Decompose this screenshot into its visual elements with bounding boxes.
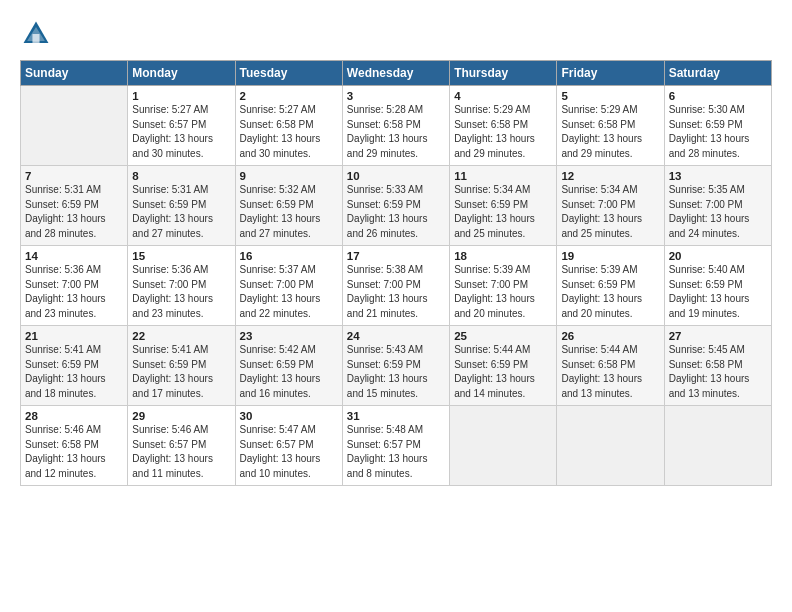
day-info: Sunrise: 5:27 AM Sunset: 6:58 PM Dayligh… <box>240 103 338 161</box>
day-info: Sunrise: 5:33 AM Sunset: 6:59 PM Dayligh… <box>347 183 445 241</box>
day-info: Sunrise: 5:45 AM Sunset: 6:58 PM Dayligh… <box>669 343 767 401</box>
day-number: 19 <box>561 250 659 262</box>
day-number: 3 <box>347 90 445 102</box>
day-cell: 30Sunrise: 5:47 AM Sunset: 6:57 PM Dayli… <box>235 406 342 486</box>
day-cell: 15Sunrise: 5:36 AM Sunset: 7:00 PM Dayli… <box>128 246 235 326</box>
col-header-thursday: Thursday <box>450 61 557 86</box>
col-header-monday: Monday <box>128 61 235 86</box>
day-number: 11 <box>454 170 552 182</box>
day-cell: 3Sunrise: 5:28 AM Sunset: 6:58 PM Daylig… <box>342 86 449 166</box>
day-number: 17 <box>347 250 445 262</box>
day-number: 4 <box>454 90 552 102</box>
day-info: Sunrise: 5:37 AM Sunset: 7:00 PM Dayligh… <box>240 263 338 321</box>
day-cell: 22Sunrise: 5:41 AM Sunset: 6:59 PM Dayli… <box>128 326 235 406</box>
day-number: 13 <box>669 170 767 182</box>
day-number: 14 <box>25 250 123 262</box>
page: SundayMondayTuesdayWednesdayThursdayFrid… <box>0 0 792 496</box>
day-cell: 13Sunrise: 5:35 AM Sunset: 7:00 PM Dayli… <box>664 166 771 246</box>
day-info: Sunrise: 5:40 AM Sunset: 6:59 PM Dayligh… <box>669 263 767 321</box>
col-header-saturday: Saturday <box>664 61 771 86</box>
day-cell: 20Sunrise: 5:40 AM Sunset: 6:59 PM Dayli… <box>664 246 771 326</box>
day-info: Sunrise: 5:35 AM Sunset: 7:00 PM Dayligh… <box>669 183 767 241</box>
day-info: Sunrise: 5:29 AM Sunset: 6:58 PM Dayligh… <box>454 103 552 161</box>
day-info: Sunrise: 5:44 AM Sunset: 6:58 PM Dayligh… <box>561 343 659 401</box>
day-number: 18 <box>454 250 552 262</box>
day-info: Sunrise: 5:41 AM Sunset: 6:59 PM Dayligh… <box>132 343 230 401</box>
day-number: 6 <box>669 90 767 102</box>
day-info: Sunrise: 5:46 AM Sunset: 6:58 PM Dayligh… <box>25 423 123 481</box>
day-number: 2 <box>240 90 338 102</box>
day-number: 22 <box>132 330 230 342</box>
day-cell: 31Sunrise: 5:48 AM Sunset: 6:57 PM Dayli… <box>342 406 449 486</box>
day-cell: 10Sunrise: 5:33 AM Sunset: 6:59 PM Dayli… <box>342 166 449 246</box>
day-number: 8 <box>132 170 230 182</box>
day-cell: 18Sunrise: 5:39 AM Sunset: 7:00 PM Dayli… <box>450 246 557 326</box>
day-info: Sunrise: 5:43 AM Sunset: 6:59 PM Dayligh… <box>347 343 445 401</box>
day-number: 25 <box>454 330 552 342</box>
week-row-5: 28Sunrise: 5:46 AM Sunset: 6:58 PM Dayli… <box>21 406 772 486</box>
day-info: Sunrise: 5:41 AM Sunset: 6:59 PM Dayligh… <box>25 343 123 401</box>
day-info: Sunrise: 5:39 AM Sunset: 7:00 PM Dayligh… <box>454 263 552 321</box>
header <box>20 18 772 50</box>
col-header-friday: Friday <box>557 61 664 86</box>
day-cell: 11Sunrise: 5:34 AM Sunset: 6:59 PM Dayli… <box>450 166 557 246</box>
day-cell: 16Sunrise: 5:37 AM Sunset: 7:00 PM Dayli… <box>235 246 342 326</box>
day-number: 28 <box>25 410 123 422</box>
logo <box>20 18 56 50</box>
day-info: Sunrise: 5:28 AM Sunset: 6:58 PM Dayligh… <box>347 103 445 161</box>
day-info: Sunrise: 5:46 AM Sunset: 6:57 PM Dayligh… <box>132 423 230 481</box>
day-number: 7 <box>25 170 123 182</box>
day-number: 30 <box>240 410 338 422</box>
day-cell: 12Sunrise: 5:34 AM Sunset: 7:00 PM Dayli… <box>557 166 664 246</box>
week-row-4: 21Sunrise: 5:41 AM Sunset: 6:59 PM Dayli… <box>21 326 772 406</box>
day-info: Sunrise: 5:47 AM Sunset: 6:57 PM Dayligh… <box>240 423 338 481</box>
day-info: Sunrise: 5:32 AM Sunset: 6:59 PM Dayligh… <box>240 183 338 241</box>
day-info: Sunrise: 5:34 AM Sunset: 6:59 PM Dayligh… <box>454 183 552 241</box>
day-info: Sunrise: 5:30 AM Sunset: 6:59 PM Dayligh… <box>669 103 767 161</box>
day-cell: 27Sunrise: 5:45 AM Sunset: 6:58 PM Dayli… <box>664 326 771 406</box>
day-cell <box>557 406 664 486</box>
day-number: 31 <box>347 410 445 422</box>
day-cell: 17Sunrise: 5:38 AM Sunset: 7:00 PM Dayli… <box>342 246 449 326</box>
col-header-wednesday: Wednesday <box>342 61 449 86</box>
calendar-table: SundayMondayTuesdayWednesdayThursdayFrid… <box>20 60 772 486</box>
day-number: 26 <box>561 330 659 342</box>
day-info: Sunrise: 5:36 AM Sunset: 7:00 PM Dayligh… <box>25 263 123 321</box>
day-info: Sunrise: 5:48 AM Sunset: 6:57 PM Dayligh… <box>347 423 445 481</box>
col-header-sunday: Sunday <box>21 61 128 86</box>
day-number: 20 <box>669 250 767 262</box>
day-info: Sunrise: 5:31 AM Sunset: 6:59 PM Dayligh… <box>25 183 123 241</box>
day-info: Sunrise: 5:39 AM Sunset: 6:59 PM Dayligh… <box>561 263 659 321</box>
day-cell <box>21 86 128 166</box>
day-number: 1 <box>132 90 230 102</box>
day-number: 10 <box>347 170 445 182</box>
day-cell <box>664 406 771 486</box>
day-cell: 4Sunrise: 5:29 AM Sunset: 6:58 PM Daylig… <box>450 86 557 166</box>
day-info: Sunrise: 5:31 AM Sunset: 6:59 PM Dayligh… <box>132 183 230 241</box>
day-info: Sunrise: 5:36 AM Sunset: 7:00 PM Dayligh… <box>132 263 230 321</box>
day-number: 21 <box>25 330 123 342</box>
day-cell: 19Sunrise: 5:39 AM Sunset: 6:59 PM Dayli… <box>557 246 664 326</box>
svg-rect-2 <box>32 34 39 43</box>
day-number: 29 <box>132 410 230 422</box>
day-info: Sunrise: 5:42 AM Sunset: 6:59 PM Dayligh… <box>240 343 338 401</box>
day-cell: 2Sunrise: 5:27 AM Sunset: 6:58 PM Daylig… <box>235 86 342 166</box>
day-cell: 28Sunrise: 5:46 AM Sunset: 6:58 PM Dayli… <box>21 406 128 486</box>
day-number: 24 <box>347 330 445 342</box>
day-info: Sunrise: 5:29 AM Sunset: 6:58 PM Dayligh… <box>561 103 659 161</box>
header-row: SundayMondayTuesdayWednesdayThursdayFrid… <box>21 61 772 86</box>
day-info: Sunrise: 5:34 AM Sunset: 7:00 PM Dayligh… <box>561 183 659 241</box>
day-cell: 9Sunrise: 5:32 AM Sunset: 6:59 PM Daylig… <box>235 166 342 246</box>
logo-icon <box>20 18 52 50</box>
day-cell: 7Sunrise: 5:31 AM Sunset: 6:59 PM Daylig… <box>21 166 128 246</box>
col-header-tuesday: Tuesday <box>235 61 342 86</box>
day-number: 15 <box>132 250 230 262</box>
week-row-1: 1Sunrise: 5:27 AM Sunset: 6:57 PM Daylig… <box>21 86 772 166</box>
day-number: 16 <box>240 250 338 262</box>
day-number: 5 <box>561 90 659 102</box>
day-number: 12 <box>561 170 659 182</box>
day-cell: 23Sunrise: 5:42 AM Sunset: 6:59 PM Dayli… <box>235 326 342 406</box>
day-cell: 5Sunrise: 5:29 AM Sunset: 6:58 PM Daylig… <box>557 86 664 166</box>
day-cell: 14Sunrise: 5:36 AM Sunset: 7:00 PM Dayli… <box>21 246 128 326</box>
day-cell: 6Sunrise: 5:30 AM Sunset: 6:59 PM Daylig… <box>664 86 771 166</box>
